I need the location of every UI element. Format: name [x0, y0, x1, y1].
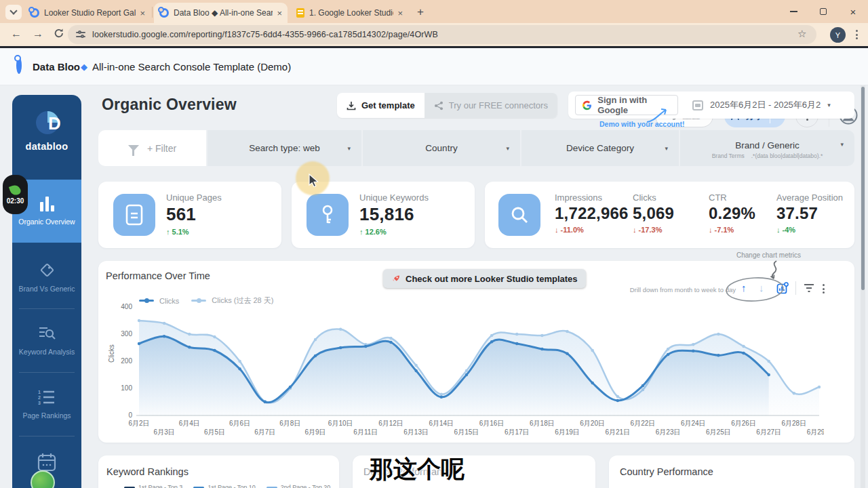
- x-tick-label: 6月26日: [731, 420, 756, 427]
- google-logo-icon: [583, 100, 591, 110]
- forward-button[interactable]: →: [33, 28, 43, 40]
- url-bar[interactable]: lookerstudio.google.com/reporting/f1837c…: [68, 25, 816, 44]
- page-scrollbar-thumb[interactable]: [861, 87, 865, 290]
- delta-value: -4%: [783, 226, 796, 234]
- browser-tab-active[interactable]: Data Bloo ◆ All-in-one Sear ×: [154, 3, 288, 23]
- diamond-icon: ◆: [81, 62, 87, 72]
- browser-tab-strip: Looker Studio Report Gallery × Data Bloo…: [0, 0, 868, 23]
- window-restore-button[interactable]: [808, 0, 838, 23]
- x-tick-label: 6月15日: [454, 428, 479, 436]
- x-tick-label: 6月10日: [328, 420, 353, 427]
- sidebar-item-keyword-analysis[interactable]: Keyword Analysis: [12, 309, 81, 372]
- svg-text:D: D: [48, 113, 60, 134]
- rocket-icon: [391, 274, 400, 283]
- x-tick-label: 6月18日: [530, 420, 555, 427]
- sidebar-item-label: Organic Overview: [18, 218, 75, 226]
- cta-label: Check out more Looker Studio templates: [406, 274, 578, 284]
- window-minimize-button[interactable]: [778, 0, 808, 23]
- sidebar-item-label: Keyword Analysis: [19, 348, 75, 356]
- chart-title: Performance Over Time: [106, 270, 210, 281]
- looker-header: Data Bloo ◆ All-in-one Search Console Te…: [0, 48, 868, 85]
- x-tick-label: 6月22日: [631, 420, 656, 427]
- tab-close-icon[interactable]: ×: [397, 8, 403, 18]
- svg-text:2: 2: [38, 395, 41, 400]
- delta-value: 12.6%: [366, 228, 387, 236]
- annotation-ellipse: [724, 276, 785, 303]
- metric-value: 561: [166, 204, 222, 225]
- y-tick-label: 100: [121, 384, 132, 392]
- calendar-icon: [37, 453, 56, 472]
- x-tick-label: 6月20日: [580, 420, 605, 427]
- card-title: Country Performance: [620, 466, 713, 477]
- drill-hint-text: Drill down from month to week to day: [573, 286, 736, 293]
- tab-title: Data Bloo ◆ All-in-one Sear: [174, 8, 273, 18]
- filter-device-category[interactable]: Device Category ▾: [521, 130, 679, 166]
- reload-button[interactable]: [53, 27, 65, 39]
- browser-profile-avatar[interactable]: Y: [830, 27, 846, 43]
- free-connectors-button[interactable]: Try our FREE connectors: [425, 93, 557, 118]
- mouse-cursor: [307, 174, 321, 188]
- scorecard-unique-pages: Unique Pages 561 ↑ 5.1%: [98, 182, 281, 248]
- get-template-button[interactable]: Get template: [337, 93, 425, 118]
- country-performance-card: Country Performance: [609, 455, 854, 488]
- chart-more-menu-icon[interactable]: [823, 284, 825, 293]
- sidebar-item-brand-vs-generic[interactable]: Brand Vs Generic: [12, 245, 81, 308]
- new-tab-button[interactable]: +: [414, 5, 427, 19]
- looker-studio-favicon: [159, 8, 169, 18]
- tab-search-button[interactable]: [5, 5, 22, 20]
- x-tick-label: 6月16日: [479, 420, 505, 427]
- share-nodes-icon: [434, 101, 443, 110]
- metric-label: Clicks: [633, 192, 674, 203]
- filter-label: Country: [425, 143, 457, 153]
- metric-value: 5,069: [633, 204, 674, 223]
- keyword-rankings-card: Keyword Rankings 1st Page - Top 3 1st Pa…: [98, 455, 339, 488]
- sidebar-item-page-rankings[interactable]: 123 Page Rankings: [12, 373, 81, 436]
- x-tick-label: 6月28日: [782, 420, 807, 427]
- report-title: All-in-one Search Console Template (Demo…: [92, 61, 291, 73]
- date-range-picker[interactable]: 2025年6月2日 - 2025年6月2 ▾: [687, 92, 831, 119]
- report-brand: Data Bloo: [33, 61, 80, 73]
- y-tick-label: 200: [121, 357, 132, 365]
- filter-country[interactable]: Country ▾: [363, 130, 520, 166]
- template-actions: Get template Try our FREE connectors: [337, 93, 557, 118]
- tab-title: Looker Studio Report Gallery: [44, 8, 136, 18]
- rankings-legend: 1st Page - Top 3 1st Page - Top 10 2nd P…: [124, 484, 330, 488]
- delta-arrow-icon: ↓: [555, 226, 559, 234]
- x-tick-label: 6月17日: [505, 428, 530, 436]
- back-button[interactable]: ←: [11, 28, 22, 40]
- tab-close-icon[interactable]: ×: [140, 8, 145, 18]
- add-filter-button[interactable]: + Filter: [98, 130, 206, 166]
- filter-search-type[interactable]: Search type: web ▾: [208, 130, 361, 166]
- filter-label: Device Category: [566, 143, 634, 153]
- get-template-label: Get template: [361, 100, 415, 110]
- timer-widget[interactable]: 02:30: [3, 175, 28, 214]
- x-tick-label: 6月23日: [656, 428, 681, 436]
- chart-filter-icon[interactable]: [804, 283, 814, 293]
- tab-title: 1. Google Looker Studio是什: [309, 7, 393, 19]
- x-tick-label: 6月3日: [154, 428, 175, 436]
- metric-value: 15,816: [359, 204, 429, 225]
- metric-label: Unique Pages: [166, 192, 222, 203]
- time-series-chart[interactable]: 0100200300400Clicks6月2日6月3日6月4日6月5日6月6日6…: [102, 298, 824, 437]
- x-tick-label: 6月21日: [605, 428, 630, 436]
- browser-menu-icon[interactable]: [856, 30, 858, 39]
- legend-label: 2nd Page - Top 20: [281, 484, 330, 488]
- legend-label: 1st Page - Top 3: [138, 484, 182, 488]
- window-controls: ×: [778, 0, 868, 23]
- google-docs-favicon: [296, 8, 304, 18]
- window-close-button[interactable]: ×: [838, 0, 868, 23]
- download-icon: [347, 101, 356, 110]
- delta-arrow-icon: ↑: [359, 228, 363, 236]
- timer-value: 02:30: [7, 197, 24, 205]
- metric-label: Impressions: [555, 192, 629, 203]
- bookmark-star-icon[interactable]: ☆: [797, 28, 806, 40]
- templates-cta-button[interactable]: Check out more Looker Studio templates: [383, 269, 586, 288]
- filter-brand-generic[interactable]: Brand / Generic ▾ Brand Terms.*(data blo…: [680, 130, 854, 166]
- tab-close-icon[interactable]: ×: [277, 8, 282, 18]
- delta-value: -7.1%: [715, 226, 734, 234]
- site-info-icon[interactable]: [76, 30, 85, 39]
- chevron-down-icon: ▾: [506, 145, 509, 152]
- browser-tab-docs[interactable]: 1. Google Looker Studio是什 ×: [291, 3, 408, 23]
- browser-tab-gallery[interactable]: Looker Studio Report Gallery ×: [24, 3, 151, 23]
- document-icon: [113, 194, 155, 236]
